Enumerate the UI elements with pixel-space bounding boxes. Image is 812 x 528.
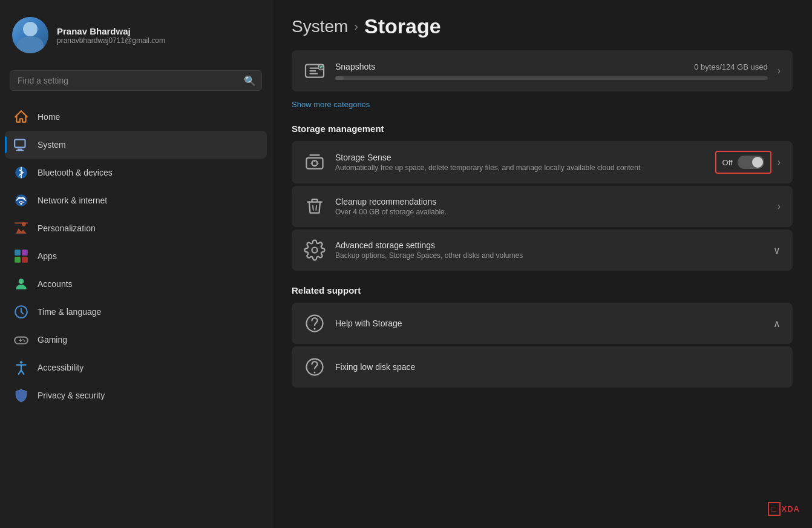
advanced-storage-text: Advanced storage settings Backup options…	[335, 240, 764, 260]
sidebar-item-personalization[interactable]: Personalization	[5, 214, 267, 242]
accounts-icon	[13, 276, 29, 292]
svg-rect-2	[16, 150, 24, 151]
advanced-storage-icon	[304, 239, 326, 261]
sidebar-item-system-label: System	[38, 140, 66, 150]
sidebar-item-privacy-label: Privacy & security	[38, 391, 105, 400]
snapshots-content: Snapshots 0 bytes/124 GB used	[335, 62, 768, 80]
help-storage-card[interactable]: Help with Storage ∧	[292, 303, 793, 344]
snapshots-header: Snapshots 0 bytes/124 GB used	[335, 62, 768, 71]
snapshots-icon	[304, 60, 326, 82]
fixing-disk-icon	[304, 356, 326, 378]
svg-rect-0	[15, 139, 25, 147]
accessibility-icon	[13, 360, 29, 375]
personalization-icon	[13, 220, 29, 236]
sidebar-item-gaming[interactable]: Gaming	[5, 326, 267, 354]
xda-watermark: □XDA	[768, 504, 800, 513]
breadcrumb-system: System	[292, 17, 348, 36]
advanced-storage-chevron-icon: ∨	[773, 245, 781, 256]
storage-sense-card[interactable]: Storage Sense Automatically free up spac…	[292, 141, 793, 183]
apps-icon	[13, 248, 29, 264]
snapshots-size: 0 bytes/124 GB used	[694, 62, 767, 71]
breadcrumb: System › Storage	[292, 15, 793, 38]
storage-management-title: Storage management	[292, 124, 793, 134]
privacy-icon	[13, 388, 29, 403]
storage-sense-toggle-container: Off	[715, 151, 771, 174]
help-storage-icon	[304, 312, 326, 334]
sidebar-item-home[interactable]: Home	[5, 103, 267, 131]
svg-point-16	[20, 361, 22, 363]
svg-rect-7	[15, 249, 21, 256]
cleanup-text: Cleanup recommendations Over 4.00 GB of …	[335, 197, 768, 216]
breadcrumb-arrow: ›	[354, 19, 358, 33]
svg-point-5	[20, 203, 22, 205]
svg-point-21	[312, 248, 318, 253]
main-content: System › Storage Snapshots 0 bytes/124 G…	[272, 0, 812, 528]
cleanup-subtitle: Over 4.00 GB of storage available.	[335, 208, 768, 216]
snapshots-progress-fill	[335, 76, 344, 80]
search-input[interactable]	[10, 70, 262, 91]
sidebar-item-apps[interactable]: Apps	[5, 242, 267, 270]
cleanup-card[interactable]: Cleanup recommendations Over 4.00 GB of …	[292, 186, 793, 227]
svg-point-15	[24, 340, 25, 342]
search-icon: 🔍	[244, 75, 256, 87]
profile-name: Pranav Bhardwaj	[57, 26, 165, 36]
sidebar-item-privacy[interactable]: Privacy & security	[5, 381, 267, 409]
sidebar-item-accessibility-label: Accessibility	[38, 363, 83, 372]
system-icon	[13, 137, 29, 153]
time-icon	[13, 304, 29, 320]
snapshots-card[interactable]: Snapshots 0 bytes/124 GB used ›	[292, 50, 793, 91]
advanced-storage-subtitle: Backup options, Storage Spaces, other di…	[335, 251, 764, 260]
svg-point-14	[22, 339, 24, 340]
sidebar-item-network[interactable]: Network & internet	[5, 186, 267, 214]
svg-rect-1	[18, 149, 23, 150]
help-storage-chevron-icon: ∧	[773, 318, 781, 329]
gaming-icon	[13, 332, 29, 348]
storage-sense-toggle-knob	[752, 157, 763, 168]
svg-rect-10	[22, 257, 28, 263]
nav-list: Home System Bluetooth & devices	[0, 101, 272, 528]
storage-sense-toggle[interactable]	[738, 156, 764, 169]
fixing-disk-card[interactable]: Fixing low disk space	[292, 346, 793, 388]
svg-rect-8	[22, 249, 28, 256]
snapshots-title: Snapshots	[335, 62, 375, 71]
network-icon	[13, 193, 29, 208]
sidebar-item-apps-label: Apps	[38, 251, 57, 261]
sidebar: Pranav Bhardwaj pranavbhardwaj0711@gmail…	[0, 0, 272, 528]
advanced-storage-card[interactable]: Advanced storage settings Backup options…	[292, 229, 793, 271]
svg-rect-9	[15, 257, 21, 263]
advanced-storage-title: Advanced storage settings	[335, 240, 764, 250]
sidebar-item-bluetooth[interactable]: Bluetooth & devices	[5, 159, 267, 186]
svg-point-11	[19, 279, 24, 284]
sidebar-item-bluetooth-label: Bluetooth & devices	[38, 168, 113, 177]
show-more-link[interactable]: Show more categories	[292, 100, 370, 109]
sidebar-item-network-label: Network & internet	[38, 196, 107, 205]
sidebar-item-home-label: Home	[38, 112, 60, 122]
svg-point-23	[314, 328, 316, 330]
avatar	[12, 17, 48, 53]
storage-management-section: Storage management Storage Sense Automat…	[292, 124, 793, 271]
sidebar-item-personalization-label: Personalization	[38, 223, 96, 233]
storage-sense-text: Storage Sense Automatically free up spac…	[335, 153, 706, 172]
snapshots-chevron-icon: ›	[778, 65, 781, 76]
storage-sense-action: Off ›	[715, 151, 781, 174]
snapshots-progress-bar	[335, 76, 768, 80]
sidebar-item-accessibility[interactable]: Accessibility	[5, 354, 267, 381]
breadcrumb-page: Storage	[364, 15, 441, 38]
svg-point-25	[314, 372, 316, 374]
sidebar-item-gaming-label: Gaming	[38, 335, 67, 345]
sidebar-item-accounts[interactable]: Accounts	[5, 270, 267, 298]
storage-sense-icon	[304, 151, 326, 173]
sidebar-item-time-label: Time & language	[38, 307, 101, 317]
storage-sense-title: Storage Sense	[335, 153, 706, 162]
cleanup-icon	[304, 196, 326, 217]
storage-sense-toggle-label: Off	[722, 158, 733, 167]
home-icon	[13, 109, 29, 125]
sidebar-item-system[interactable]: System	[5, 131, 267, 159]
bluetooth-icon	[13, 165, 29, 180]
fixing-disk-title: Fixing low disk space	[335, 362, 781, 372]
related-support-title: Related support	[292, 285, 793, 295]
sidebar-item-accounts-label: Accounts	[38, 279, 73, 289]
search-box[interactable]: 🔍	[10, 70, 262, 91]
storage-sense-subtitle: Automatically free up space, delete temp…	[335, 163, 706, 172]
sidebar-item-time[interactable]: Time & language	[5, 298, 267, 326]
